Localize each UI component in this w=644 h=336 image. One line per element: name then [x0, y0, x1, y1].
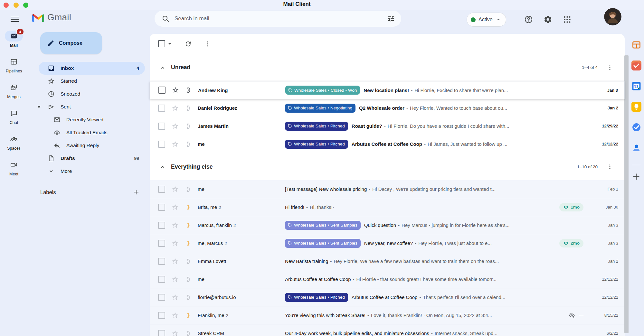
star-icon[interactable] — [172, 276, 179, 283]
streak-box-icon[interactable] — [185, 222, 192, 229]
mail-row[interactable]: florrie@arbutus.ioWholesale Sales • Pitc… — [150, 288, 625, 306]
row-checkbox[interactable] — [158, 258, 165, 265]
star-icon[interactable] — [172, 312, 179, 319]
window-close-button[interactable] — [4, 3, 9, 8]
streak-box-icon[interactable] — [185, 87, 193, 94]
sidebar-item-sent[interactable]: Sent — [39, 100, 145, 113]
mail-row[interactable]: Brita, me2Hi friend!-Hi, thanks!·1moJan … — [150, 198, 625, 216]
row-checkbox[interactable] — [158, 123, 165, 130]
pipeline-stage-label[interactable]: Wholesale Sales • Sent Samples — [285, 239, 361, 248]
row-checkbox[interactable] — [158, 330, 165, 336]
sidebar-item-starred[interactable]: Starred — [39, 75, 145, 88]
pipeline-stage-label[interactable]: Wholesale Sales • Pitched — [285, 140, 348, 149]
streak-box-icon[interactable] — [185, 186, 192, 193]
pipeline-stage-label[interactable]: Wholesale Sales • Negotiating — [285, 104, 355, 113]
settings-gear-icon[interactable] — [544, 15, 552, 24]
mail-row[interactable]: Daniel RodriguezWholesale Sales • Negoti… — [150, 99, 625, 117]
sidebar-item-all-tracked-emails[interactable]: All Tracked Emails — [39, 126, 145, 139]
star-icon[interactable] — [172, 186, 179, 193]
refresh-icon[interactable] — [185, 40, 192, 48]
window-zoom-button[interactable] — [23, 3, 28, 8]
pipeline-stage-label[interactable]: Wholesale Sales • Closed - Won — [285, 86, 360, 95]
mail-row[interactable]: Streak CRMOur 4-day work week, bulk pipe… — [150, 324, 625, 336]
scrollbar-thumb[interactable] — [624, 55, 629, 333]
calendar-icon[interactable]: 31 — [631, 81, 641, 91]
collapse-section-icon[interactable] — [159, 163, 166, 170]
row-checkbox[interactable] — [158, 276, 165, 283]
sidebar-item-snoozed[interactable]: Snoozed — [39, 88, 145, 100]
star-icon[interactable] — [172, 123, 179, 130]
collapse-section-icon[interactable] — [159, 64, 166, 71]
row-checkbox[interactable] — [158, 294, 165, 301]
mail-row[interactable]: me, Marcus2Wholesale Sales • Sent Sample… — [150, 234, 625, 252]
mail-row[interactable]: meArbutus Coffee at Coffee Coop-Hi Florr… — [150, 270, 625, 288]
star-icon[interactable] — [172, 222, 179, 229]
rail-item-meet[interactable]: Meet — [0, 159, 28, 176]
row-checkbox[interactable] — [158, 312, 165, 319]
star-icon[interactable] — [172, 204, 179, 211]
star-icon[interactable] — [172, 141, 179, 148]
search-input[interactable] — [174, 15, 387, 22]
rail-item-mail[interactable]: 4Mail — [0, 31, 28, 48]
row-checkbox[interactable] — [158, 222, 165, 229]
streak-box-icon[interactable] — [185, 123, 192, 130]
row-checkbox[interactable] — [158, 141, 165, 148]
row-checkbox[interactable] — [158, 105, 165, 112]
star-icon[interactable] — [172, 87, 179, 94]
row-checkbox[interactable] — [158, 87, 166, 94]
mail-row[interactable]: Andrew KingWholesale Sales • Closed - Wo… — [150, 81, 625, 99]
pipeline-stage-label[interactable]: Wholesale Sales • Sent Samples — [285, 221, 361, 230]
star-icon[interactable] — [172, 105, 179, 112]
streak-box-icon[interactable] — [185, 276, 192, 283]
star-icon[interactable] — [172, 240, 179, 247]
search-icon[interactable] — [162, 15, 169, 23]
rail-item-spaces[interactable]: Spaces — [0, 134, 28, 151]
status-dropdown[interactable]: Active — [467, 13, 506, 27]
select-all-checkbox[interactable] — [158, 40, 165, 47]
sidebar-item-recently-viewed[interactable]: Recently Viewed — [39, 113, 145, 126]
mail-row[interactable]: me[Test message] New wholesale pricing-H… — [150, 180, 625, 198]
section-more-icon[interactable] — [607, 163, 613, 170]
streak-box-icon[interactable] — [185, 204, 192, 211]
main-menu-icon[interactable] — [11, 15, 19, 23]
keep-icon[interactable] — [631, 102, 641, 112]
streak-box-icon[interactable] — [185, 294, 192, 301]
streak-pipelines-icon[interactable] — [631, 40, 641, 50]
rail-item-chat[interactable]: Chat — [0, 108, 28, 125]
expander-triangle-icon[interactable] — [37, 106, 41, 108]
account-avatar[interactable] — [604, 8, 621, 25]
contacts-icon[interactable] — [631, 143, 641, 153]
rail-item-pipelines[interactable]: Pipelines — [0, 56, 28, 73]
row-checkbox[interactable] — [158, 204, 165, 211]
streak-box-icon[interactable] — [185, 258, 192, 265]
compose-button[interactable]: Compose — [40, 32, 102, 54]
sidebar-item-drafts[interactable]: Drafts99 — [39, 152, 145, 165]
select-dropdown-icon[interactable] — [166, 41, 173, 47]
add-side-panel-icon[interactable] — [632, 172, 641, 181]
help-icon[interactable] — [524, 15, 533, 24]
streak-mail-check-icon[interactable] — [631, 61, 641, 70]
section-more-icon[interactable] — [607, 64, 613, 71]
more-options-icon[interactable] — [204, 40, 211, 48]
add-label-icon[interactable] — [133, 189, 140, 196]
pipeline-stage-label[interactable]: Wholesale Sales • Pitched — [285, 122, 348, 131]
streak-box-icon[interactable] — [185, 141, 192, 148]
sidebar-item-inbox[interactable]: Inbox4 — [39, 62, 145, 75]
row-checkbox[interactable] — [158, 186, 165, 193]
rail-item-merges[interactable]: Merges — [0, 82, 28, 99]
sidebar-item-more[interactable]: More — [39, 165, 145, 178]
search-options-icon[interactable] — [387, 15, 395, 23]
mail-row[interactable]: Marcus, franklin2Wholesale Sales • Sent … — [150, 216, 625, 234]
mail-row[interactable]: Franklin, me2You're viewing this with St… — [150, 306, 625, 324]
row-checkbox[interactable] — [158, 240, 165, 247]
streak-box-icon[interactable] — [185, 330, 192, 336]
star-icon[interactable] — [172, 330, 179, 336]
streak-box-icon[interactable] — [185, 240, 192, 247]
apps-grid-icon[interactable] — [563, 15, 572, 24]
streak-box-icon[interactable] — [185, 312, 192, 319]
pipeline-stage-label[interactable]: Wholesale Sales • Pitched — [285, 293, 348, 302]
mail-row[interactable]: meWholesale Sales • PitchedArbutus Coffe… — [150, 135, 625, 153]
mail-row[interactable]: Emma LovettNew Barista training-Hey Flor… — [150, 252, 625, 270]
tasks-check-icon[interactable] — [631, 122, 641, 132]
star-icon[interactable] — [172, 258, 179, 265]
